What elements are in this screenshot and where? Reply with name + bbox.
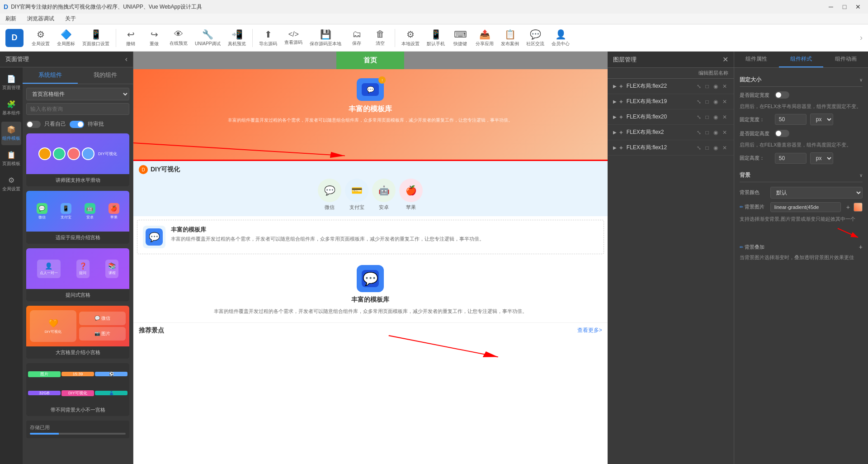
toolbar-global-icons[interactable]: 🔷 全局图标 [54,27,78,49]
layer-item-flex20[interactable]: ▶ ✦ FLEX布局:flex20 ⤡ □ ◉ ✕ [608,109,734,125]
layer-action-copy-19[interactable]: □ [704,98,710,105]
tab-component-animation[interactable]: 组件动画 [823,52,868,67]
apps-section: D DIY可视化 💬 微信 💳 支付宝 🤖 [133,160,608,216]
avatar-1 [38,147,51,160]
category-select[interactable]: 首页宫格组件 [26,88,129,100]
bg-color-select[interactable]: 默认 [770,187,863,199]
canvas-scroll[interactable]: 💬 ! 丰富的模板库 丰富的组件覆盖开发过程的各个需求，开发者可以随意组合组件库… [133,69,608,464]
bg-image-plus[interactable]: + [846,204,850,211]
toolbar-share-app[interactable]: 📤 分享应用 [473,27,496,49]
right-panel-toggle[interactable]: › [860,33,863,43]
toggle-pending[interactable] [70,121,84,128]
bg-blend-label: ✏ 背景叠加 [740,244,767,251]
layer-action-view-19[interactable]: ◉ [712,98,719,105]
layer-action-resize[interactable]: ⤡ [695,83,703,90]
bg-blend-icon: ✏ [740,245,743,250]
comp-card-app-intro[interactable]: 💬 微信 📱 支付宝 🤖 安卓 [26,191,129,244]
close-button[interactable]: ✕ [852,2,864,11]
menu-about[interactable]: 关于 [63,14,78,24]
layer-action-close-19[interactable]: ✕ [721,98,728,105]
toolbar-device-preview[interactable]: 📲 真机预览 [225,27,249,49]
bg-image-input[interactable] [770,202,841,212]
layer-action-view-2[interactable]: ◉ [712,129,719,136]
layer-action-copy-2[interactable]: □ [704,129,710,136]
title-bar: D DIY官网专注做好的拖拽式可视化微信小程序、UNIAPP、Vue WebAp… [0,0,868,14]
tab-component-props[interactable]: 组件属性 [734,52,779,67]
layer-action-close-20[interactable]: ✕ [721,114,728,121]
nav-page-management[interactable]: 📄 页面管理 [1,71,21,95]
toolbar-undo[interactable]: ↩ 撤销 [120,27,142,49]
toolbar-community[interactable]: 💬 社区交流 [524,27,547,49]
layer-action-view-20[interactable]: ◉ [712,114,719,121]
layer-action-close-12[interactable]: ✕ [721,144,728,152]
menu-debug[interactable]: 浏览器调试 [25,14,56,24]
card-title: 丰富的模板库 [171,226,484,234]
layer-item-flex19[interactable]: ▶ ✦ FLEX布局:flex19 ⤡ □ ◉ ✕ [608,94,734,109]
layer-item-flex22[interactable]: ▶ ✦ FLEX布局:flex22 ⤡ □ ◉ ✕ [608,79,734,94]
search-input[interactable] [26,103,129,115]
tab-system-components[interactable]: 系统组件 [23,67,78,84]
publish-case-label: 发布案例 [501,41,519,47]
tab-component-style[interactable]: 组件样式 [779,52,824,67]
bg-blend-plus[interactable]: + [859,243,863,251]
nav-component-templates[interactable]: 📦 组件模板 [1,122,21,145]
bg-arrow-container [740,226,863,240]
toolbar-redo[interactable]: ↪ 重做 [143,27,165,49]
comp-card-diff-size[interactable]: 图片 15:39 ⚽ 32GB DIY可视化 👗 带不同背景大小不一宫格 [26,363,129,416]
community-label: 社区交流 [526,41,544,47]
fixed-width-toggle[interactable] [775,91,789,99]
recommend-more[interactable]: 查看更多> [577,327,602,334]
fixed-height-toggle[interactable] [775,130,789,137]
layer-action-close-2[interactable]: ✕ [721,129,728,136]
toolbar-clear[interactable]: 🗑 清空 [369,27,391,48]
layer-action-close[interactable]: ✕ [721,83,728,90]
toolbar-member[interactable]: 👤 会员中心 [549,27,572,49]
sidebar-collapse-button[interactable]: ‹ [125,55,127,63]
fixed-size-title: 固定大小 [740,76,761,84]
layer-action-resize-20[interactable]: ⤡ [695,114,703,121]
nav-basic-components[interactable]: 🧩 基本组件 [1,96,21,120]
comp-card-large-grid[interactable]: 🧡 DIY可视化 💬 微信 📷 图片 [26,306,129,359]
minimize-button[interactable]: ─ [825,2,837,11]
layer-action-copy-20[interactable]: □ [704,114,710,121]
layer-item-flex2[interactable]: ▶ ✦ FLEX布局:flex2 ⤡ □ ◉ ✕ [608,125,734,140]
layer-action-resize-2[interactable]: ⤡ [695,129,703,136]
toggle-only-mine[interactable] [26,121,41,128]
menu-refresh[interactable]: 刷新 [4,14,18,24]
fixed-width-unit[interactable]: px [810,114,833,125]
toolbar-publish-case[interactable]: 📋 发布案例 [498,27,522,49]
toolbar-shortcut[interactable]: ⌨ 快捷键 [449,27,471,49]
layer-action-copy[interactable]: □ [704,83,710,90]
comp-card-qa[interactable]: 👤 点人一对一 ❓ 提问 📚 课程 [26,248,129,301]
toolbar-default-phone[interactable]: 📱 默认手机 [424,27,448,49]
layer-action-copy-12[interactable]: □ [704,144,710,152]
layer-move-19: ✦ [618,98,624,105]
toolbar-save[interactable]: 🗂 保存 [346,27,368,48]
nav-global-settings[interactable]: ⚙ 全局设置 [1,172,21,196]
bg-color-swatch[interactable] [854,203,863,212]
fixed-width-input[interactable] [775,114,807,125]
app-intro-item-2: 📱 支付宝 [61,203,71,220]
layer-action-resize-19[interactable]: ⤡ [695,98,703,105]
fixed-height-input[interactable] [775,153,807,164]
layer-action-view-12[interactable]: ◉ [712,144,719,152]
fixed-height-label: 是否固定高度 [740,130,771,137]
toolbar-local-settings[interactable]: ⚙ 本地设置 [399,27,422,49]
comp-card-teacher[interactable]: DIY可视化 讲师团支持水平滑动 [26,133,129,186]
toolbar-save-local[interactable]: 💾 保存源码至本地 [307,27,344,49]
layer-panel-close[interactable]: ✕ [722,55,728,64]
fixed-height-unit[interactable]: px [810,152,833,164]
maximize-button[interactable]: □ [838,2,851,11]
toolbar-page-api[interactable]: 📱 页面接口设置 [80,27,112,49]
layer-action-view[interactable]: ◉ [712,83,719,90]
toolbar-export-code[interactable]: ⬆ 导出源码 [256,27,280,49]
toolbar-global-settings[interactable]: ⚙ 全局设置 [29,27,52,49]
layer-item-flex12[interactable]: ▶ ✦ FLEX布局:flex12 ⤡ □ ◉ ✕ [608,140,734,156]
tab-my-components[interactable]: 我的组件 [78,67,133,84]
nav-page-templates[interactable]: 📋 页面模板 [1,147,21,170]
toolbar-preview[interactable]: 👁 在线预览 [167,27,190,48]
toolbar-uniapp-debug[interactable]: 🔧 UNIAPP调试 [192,27,223,49]
card-desc: 丰富的组件覆盖开发过程的各个需求，开发者可以随意组合组件库，众多常用页面模板库，… [171,236,484,242]
layer-action-resize-12[interactable]: ⤡ [695,144,703,152]
toolbar-view-code[interactable]: </> 查看源码 [282,28,305,47]
